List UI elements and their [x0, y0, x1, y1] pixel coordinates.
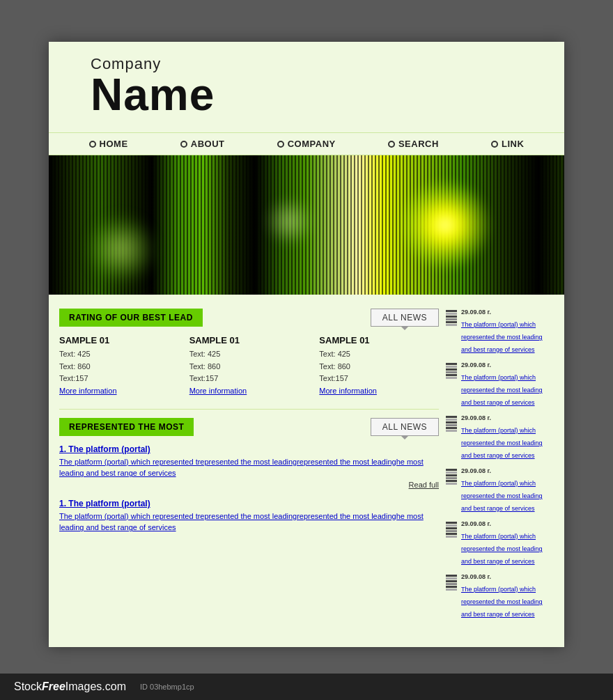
- bar1: [446, 416, 457, 418]
- site-nav: HOME ABOUT COMPANY SEARCH LINK: [49, 132, 564, 155]
- sidebar-text-4: 29.09.08 г. The platform (portal) which …: [461, 520, 554, 566]
- bar1: [446, 522, 457, 524]
- nav-about-label: ABOUT: [191, 139, 225, 149]
- sidebar-date-5: 29.09.08 г.: [461, 573, 554, 580]
- outer-wrapper: Company Name HOME ABOUT COMPANY SEARCH: [0, 0, 613, 700]
- bar6: [446, 589, 457, 591]
- main-content: RATING OF OUR BEST LEAD ALL NEWS SAMPLE …: [59, 309, 439, 626]
- sidebar-bar-icon-0: [446, 310, 457, 326]
- article-2: 1. The platform (portal) The platform (p…: [59, 499, 439, 534]
- watermark-bar: StockFreeImages.com ID 03hebmp1cp: [0, 674, 613, 700]
- sample-col-1: SAMPLE 01 Text: 425 Text: 860 Text:157 M…: [59, 335, 179, 395]
- sample1-line1: Text: 425: [59, 350, 91, 358]
- bar2: [446, 313, 457, 315]
- sample3-link[interactable]: More information: [319, 387, 439, 395]
- sidebar-text-1: 29.09.08 г. The platform (portal) which …: [461, 361, 554, 407]
- bar4: [446, 318, 457, 320]
- bar5: [446, 480, 457, 482]
- sidebar-item-1: 29.09.08 г. The platform (portal) which …: [446, 361, 554, 407]
- nav-search[interactable]: SEARCH: [388, 139, 439, 149]
- sample-col-3: SAMPLE 01 Text: 425 Text: 860 Text:157 M…: [319, 335, 439, 395]
- section2-all-news-button[interactable]: ALL NEWS: [371, 418, 439, 436]
- article1-read-full[interactable]: Read full: [59, 481, 439, 489]
- sample-col-2: SAMPLE 01 Text: 425 Text: 860 Text:157 M…: [189, 335, 309, 395]
- sample2-line1: Text: 425: [189, 350, 221, 358]
- watermark-free: Free: [42, 680, 65, 693]
- article1-body: The platform (portal) which represented …: [59, 456, 439, 479]
- bar1: [446, 310, 457, 312]
- sidebar-date-4: 29.09.08 г.: [461, 520, 554, 527]
- bar6: [446, 377, 457, 379]
- bar4: [446, 530, 457, 532]
- sample2-text: Text: 425 Text: 860 Text:157: [189, 348, 309, 385]
- article1-title[interactable]: 1. The platform (portal): [59, 444, 439, 454]
- sidebar-item-2: 29.09.08 г. The platform (portal) which …: [446, 414, 554, 460]
- sidebar-text-0: 29.09.08 г. The platform (portal) which …: [461, 309, 554, 355]
- bar3: [446, 421, 457, 423]
- sample3-title: SAMPLE 01: [319, 335, 439, 345]
- bar2: [446, 577, 457, 580]
- sample2-link[interactable]: More information: [189, 387, 309, 395]
- sidebar-desc-1[interactable]: The platform (portal) which represented …: [461, 374, 543, 406]
- nav-dot-home: [89, 141, 96, 148]
- sidebar-desc-5[interactable]: The platform (portal) which represented …: [461, 586, 543, 618]
- bar1: [446, 575, 457, 577]
- company-main: Name: [91, 72, 215, 117]
- content-area: RATING OF OUR BEST LEAD ALL NEWS SAMPLE …: [49, 295, 564, 647]
- nav-home-label: HOME: [100, 139, 128, 149]
- bar4: [446, 371, 457, 373]
- sidebar-date-2: 29.09.08 г.: [461, 414, 554, 421]
- sidebar-item-5: 29.09.08 г. The platform (portal) which …: [446, 573, 554, 619]
- sidebar-text-2: 29.09.08 г. The platform (portal) which …: [461, 414, 554, 460]
- watermark-id: ID 03hebmp1cp: [140, 683, 194, 691]
- sample3-text: Text: 425 Text: 860 Text:157: [319, 348, 439, 385]
- nav-dot-search: [388, 141, 395, 148]
- bar2: [446, 419, 457, 421]
- sidebar-item-4: 29.09.08 г. The platform (portal) which …: [446, 520, 554, 566]
- sample1-line3: Text:157: [59, 374, 88, 382]
- nav-dot-company: [277, 141, 284, 148]
- nav-dot-link: [491, 141, 498, 148]
- bar3: [446, 316, 457, 318]
- sidebar-date-1: 29.09.08 г.: [461, 361, 554, 368]
- watermark-stock: Stock: [14, 680, 42, 693]
- sidebar-desc-0[interactable]: The platform (portal) which represented …: [461, 321, 543, 353]
- sidebar-bar-icon-2: [446, 416, 457, 432]
- bar5: [446, 533, 457, 535]
- section1-all-news-button[interactable]: ALL NEWS: [371, 309, 439, 327]
- sidebar-bar-icon-3: [446, 469, 457, 485]
- bar2: [446, 524, 457, 527]
- company-name-block: Company Name: [91, 56, 215, 117]
- sample2-line3: Text:157: [189, 374, 219, 382]
- hero-glow-left: [90, 218, 153, 281]
- sidebar-date-0: 29.09.08 г.: [461, 309, 554, 316]
- bar6: [446, 483, 457, 485]
- nav-link[interactable]: LINK: [491, 139, 524, 149]
- article2-title[interactable]: 1. The platform (portal): [59, 499, 439, 508]
- hero-banner: [49, 155, 564, 295]
- bar4: [446, 477, 457, 479]
- bar4: [446, 424, 457, 426]
- bar2: [446, 472, 457, 474]
- nav-about[interactable]: ABOUT: [180, 139, 225, 149]
- sidebar-desc-4[interactable]: The platform (portal) which represented …: [461, 533, 543, 565]
- site-container: Company Name HOME ABOUT COMPANY SEARCH: [49, 42, 564, 647]
- bar6: [446, 536, 457, 538]
- bar1: [446, 469, 457, 471]
- bar3: [446, 474, 457, 476]
- bar6: [446, 430, 457, 432]
- bar3: [446, 527, 457, 529]
- watermark-images: Images.com: [65, 680, 126, 693]
- section2-header-row: REPRESENTED THE MOST ALL NEWS: [59, 418, 439, 436]
- sample3-line1: Text: 425: [319, 350, 350, 358]
- nav-home[interactable]: HOME: [89, 139, 128, 149]
- sample1-text: Text: 425 Text: 860 Text:157: [59, 348, 179, 385]
- hero-glow-mid: [265, 197, 314, 246]
- section1-title: RATING OF OUR BEST LEAD: [59, 309, 203, 327]
- sidebar-desc-3[interactable]: The platform (portal) which represented …: [461, 480, 543, 512]
- sidebar-desc-2[interactable]: The platform (portal) which represented …: [461, 427, 543, 459]
- sample1-link[interactable]: More information: [59, 387, 179, 395]
- sidebar-bar-icon-4: [446, 522, 457, 538]
- nav-company[interactable]: COMPANY: [277, 139, 336, 149]
- bar5: [446, 586, 457, 588]
